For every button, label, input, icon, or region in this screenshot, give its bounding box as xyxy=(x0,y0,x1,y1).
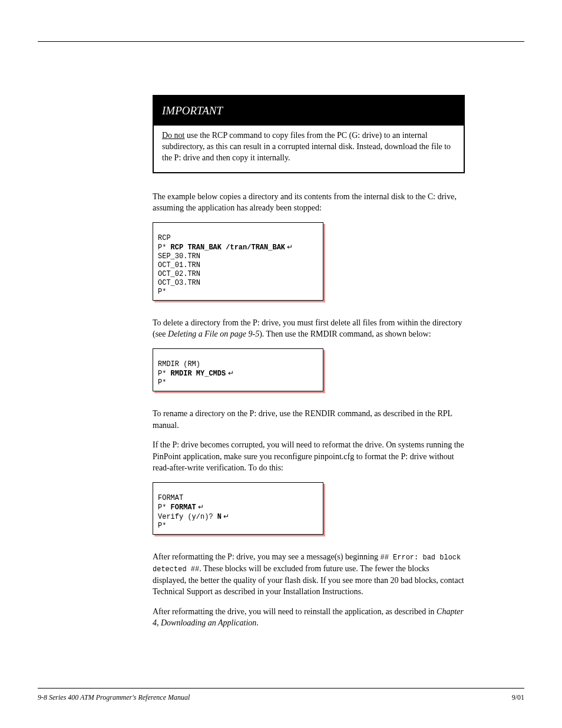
code-block-rmdir: RMDIR (RM)P* RMDIR MY_CMDS ↵P* xyxy=(153,348,465,391)
warning-underline: Do not xyxy=(162,131,185,140)
code-block-rcp: RCPP* RCP TRAN_BAK /tran/TRAN_BAK ↵SEP_3… xyxy=(153,222,465,301)
code-line: Verify (y/n)? N ↵ xyxy=(158,512,318,522)
code-box: RMDIR (RM)P* RMDIR MY_CMDS ↵P* xyxy=(153,348,323,391)
warning-box: IMPORTANT Do not use the RCP command to … xyxy=(153,95,465,173)
footer-left: 9-8 Series 400 ATM Programmer's Referenc… xyxy=(38,693,190,702)
page-content: IMPORTANT Do not use the RCP command to … xyxy=(0,0,562,661)
code-block-format: FORMATP* FORMAT ↵Verify (y/n)? N ↵P* xyxy=(153,482,465,535)
main-column: IMPORTANT Do not use the RCP command to … xyxy=(153,95,465,629)
warning-text: use the RCP command to copy files from t… xyxy=(162,131,451,162)
page-footer: 9-8 Series 400 ATM Programmer's Referenc… xyxy=(38,688,524,702)
paragraph-1: The example below copies a directory and… xyxy=(153,191,465,214)
code-line: P* RCP TRAN_BAK /tran/TRAN_BAK ↵ xyxy=(158,243,318,252)
paragraph-3: To rename a directory on the P: drive, u… xyxy=(153,408,465,431)
code-line: P* RMDIR MY_CMDS ↵ xyxy=(158,369,318,378)
top-rule xyxy=(38,41,524,42)
paragraph-5: After reformatting the P: drive, you may… xyxy=(153,551,465,598)
code-line: P* FORMAT ↵ xyxy=(158,503,318,512)
code-line: RMDIR (RM) xyxy=(158,360,318,369)
code-line: P* xyxy=(158,378,318,387)
code-line: FORMAT xyxy=(158,494,318,503)
footer-right: 9/01 xyxy=(512,693,524,702)
warning-body: Do not use the RCP command to copy files… xyxy=(154,126,464,172)
warning-title: IMPORTANT xyxy=(154,96,464,126)
cross-ref: Deleting a File on page 9-5 xyxy=(168,330,259,338)
paragraph-2: To delete a directory from the P: drive,… xyxy=(153,317,465,340)
paragraph-6: After reformatting the drive, you will n… xyxy=(153,606,465,629)
code-line: SEP_30.TRN xyxy=(158,252,318,261)
code-line: OCT_O3.TRN xyxy=(158,279,318,288)
paragraph-4: If the P: drive becomes corrupted, you w… xyxy=(153,439,465,474)
code-line: OCT_01.TRN xyxy=(158,261,318,270)
code-line: RCP xyxy=(158,234,318,243)
code-line: P* xyxy=(158,288,318,297)
code-line: P* xyxy=(158,522,318,531)
code-box: RCPP* RCP TRAN_BAK /tran/TRAN_BAK ↵SEP_3… xyxy=(153,222,323,301)
code-line: OCT_02.TRN xyxy=(158,270,318,279)
code-box: FORMATP* FORMAT ↵Verify (y/n)? N ↵P* xyxy=(153,482,323,535)
